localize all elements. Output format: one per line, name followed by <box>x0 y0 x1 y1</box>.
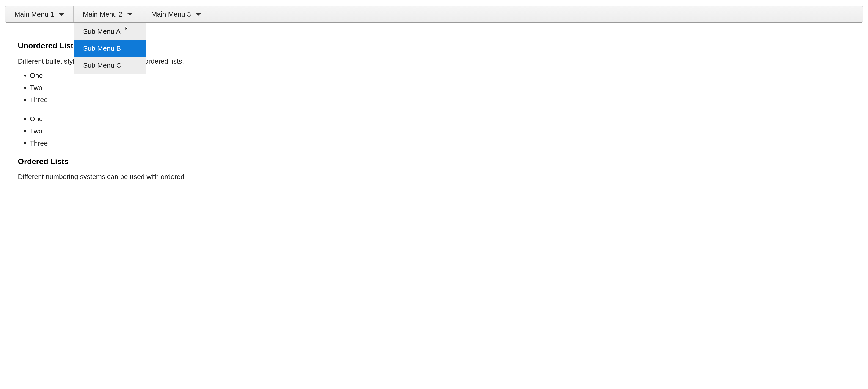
list-item: One <box>30 69 850 81</box>
svg-marker-3 <box>195 13 201 16</box>
submenu-item-label: Sub Menu A <box>83 28 120 35</box>
ordered-lists-description: Different numbering systems can be used … <box>18 173 850 180</box>
list-item: Two <box>30 81 850 94</box>
list-square: One Two Three <box>30 113 850 149</box>
submenu-item-label: Sub Menu C <box>83 61 121 69</box>
submenu-item-b[interactable]: Sub Menu B <box>74 40 146 57</box>
dropdown-arrow-icon <box>59 12 64 16</box>
list-item: Two <box>30 125 850 137</box>
dropdown-arrow-icon <box>127 12 133 16</box>
main-menu-1[interactable]: Main Menu 1 <box>5 6 73 23</box>
heading-ordered-lists: Ordered Lists <box>18 157 850 166</box>
menu-item-label: Main Menu 2 <box>83 10 122 18</box>
list-disc: One Two Three <box>30 69 850 106</box>
submenu-item-label: Sub Menu B <box>83 45 121 52</box>
menu-item-label: Main Menu 3 <box>151 10 191 18</box>
menubar: Main Menu 1 Main Menu 2 Sub Menu A Sub M… <box>5 5 863 23</box>
main-menu-2[interactable]: Main Menu 2 Sub Menu A Sub Menu B Sub Me… <box>73 6 142 23</box>
main-menu-3[interactable]: Main Menu 3 <box>142 6 210 23</box>
submenu-item-a[interactable]: Sub Menu A <box>74 23 146 40</box>
menu-item-label: Main Menu 1 <box>14 10 54 18</box>
submenu: Sub Menu A Sub Menu B Sub Menu C <box>73 23 146 74</box>
submenu-item-c[interactable]: Sub Menu C <box>74 57 146 74</box>
svg-marker-0 <box>59 13 64 16</box>
list-item: One <box>30 113 850 125</box>
svg-marker-1 <box>127 13 133 16</box>
list-item: Three <box>30 94 850 106</box>
list-item: Three <box>30 137 850 149</box>
dropdown-arrow-icon <box>195 12 201 16</box>
